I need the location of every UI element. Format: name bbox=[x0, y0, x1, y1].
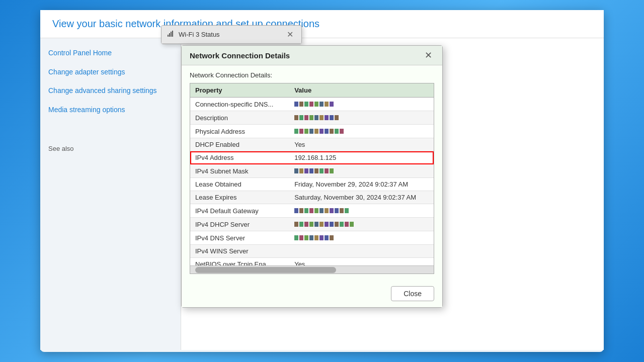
table-row: Lease ExpiresSaturday, November 30, 2024… bbox=[190, 191, 434, 204]
table-row: IPv4 Address192.168.1.125 bbox=[190, 151, 434, 164]
sidebar-link-media-streaming[interactable]: Media streaming options bbox=[48, 105, 173, 115]
details-dialog-header: Network Connection Details ✕ bbox=[182, 46, 442, 65]
cell-property: Lease Obtained bbox=[190, 178, 289, 191]
scrollbar-thumb[interactable] bbox=[195, 267, 336, 273]
sidebar-link-change-adapter[interactable]: Change adapter settings bbox=[48, 67, 173, 77]
redacted-value bbox=[294, 100, 334, 108]
cell-property: Physical Address bbox=[190, 125, 289, 138]
wifi-dialog-title: Wi-Fi 3 Status bbox=[168, 31, 220, 38]
table-row: IPv4 WINS Server bbox=[190, 245, 434, 258]
svg-rect-4 bbox=[168, 35, 169, 37]
cell-property: Connection-specific DNS... bbox=[190, 98, 289, 111]
wifi-status-dialog: Wi-Fi 3 Status ✕ bbox=[161, 25, 302, 44]
redacted-value bbox=[294, 207, 349, 215]
cell-property: DHCP Enabled bbox=[190, 138, 289, 151]
redacted-value bbox=[294, 167, 334, 175]
cell-value: Friday, November 29, 2024 9:02:37 AM bbox=[289, 178, 434, 191]
wifi-dialog-header: Wi-Fi 3 Status ✕ bbox=[162, 26, 301, 44]
redacted-value bbox=[294, 114, 339, 122]
cell-value: 192.168.1.125 bbox=[289, 151, 434, 164]
cell-value bbox=[289, 204, 434, 218]
column-property: Property bbox=[190, 83, 289, 98]
wifi-dialog-close-button[interactable]: ✕ bbox=[285, 30, 295, 39]
cell-value bbox=[289, 164, 434, 178]
redacted-value bbox=[294, 127, 344, 135]
sidebar: Control Panel Home Change adapter settin… bbox=[40, 38, 181, 350]
table-header: Property Value bbox=[190, 83, 434, 98]
sidebar-link-change-advanced-sharing[interactable]: Change advanced sharing settings bbox=[48, 86, 173, 96]
details-table: Property Value Connection-specific DNS..… bbox=[190, 83, 434, 274]
redacted-value bbox=[294, 234, 334, 242]
sidebar-link-control-panel-home[interactable]: Control Panel Home bbox=[48, 48, 173, 58]
details-table-wrapper: Property Value Connection-specific DNS..… bbox=[190, 83, 434, 274]
cell-value bbox=[289, 245, 434, 258]
network-details-dialog: Network Connection Details ✕ Network Con… bbox=[181, 45, 443, 308]
svg-rect-7 bbox=[172, 31, 173, 37]
cell-property: IPv4 Address bbox=[190, 151, 289, 164]
cell-property: Description bbox=[190, 111, 289, 125]
cell-property: IPv4 Default Gateway bbox=[190, 204, 289, 218]
details-content: Network Connection Details: Property Val… bbox=[182, 65, 442, 280]
see-also-label: See also bbox=[48, 145, 173, 152]
redacted-value bbox=[294, 220, 354, 228]
page-title: View your basic network information and … bbox=[52, 18, 592, 30]
table-header-row: Property Value bbox=[190, 83, 434, 98]
cell-property: IPv4 DHCP Server bbox=[190, 218, 289, 231]
close-button[interactable]: Close bbox=[391, 286, 434, 301]
column-value: Value bbox=[289, 83, 434, 98]
wifi-dialog-signal-icon bbox=[168, 31, 176, 38]
panel-header: View your basic network information and … bbox=[40, 10, 604, 38]
table-row: IPv4 DNS Server bbox=[190, 231, 434, 245]
svg-rect-6 bbox=[171, 32, 172, 37]
table-body: Connection-specific DNS...DescriptionPhy… bbox=[190, 98, 434, 275]
cell-value bbox=[289, 125, 434, 138]
redacted-value bbox=[294, 274, 349, 274]
details-dialog-close-button[interactable]: ✕ bbox=[423, 51, 434, 60]
table-row: Description bbox=[190, 111, 434, 125]
cell-value bbox=[289, 231, 434, 245]
scrollbar-track[interactable] bbox=[190, 265, 434, 274]
cell-value bbox=[289, 111, 434, 125]
cell-property: Lease Expires bbox=[190, 191, 289, 204]
details-dialog-title: Network Connection Details bbox=[190, 51, 290, 60]
table-row: Connection-specific DNS... bbox=[190, 98, 434, 111]
table-row: DHCP EnabledYes bbox=[190, 138, 434, 151]
table-row: Lease ObtainedFriday, November 29, 2024 … bbox=[190, 178, 434, 191]
table-row: IPv4 DHCP Server bbox=[190, 218, 434, 231]
cell-property: IPv4 WINS Server bbox=[190, 245, 289, 258]
cell-value: Yes bbox=[289, 138, 434, 151]
cell-value bbox=[289, 218, 434, 231]
table-row: IPv4 Default Gateway bbox=[190, 204, 434, 218]
cell-value bbox=[289, 98, 434, 111]
cell-property: IPv4 DNS Server bbox=[190, 231, 289, 245]
svg-rect-5 bbox=[169, 33, 170, 37]
cell-property: IPv4 Subnet Mask bbox=[190, 164, 289, 178]
details-footer: Close bbox=[182, 280, 442, 307]
table-row: Physical Address bbox=[190, 125, 434, 138]
table-row: IPv4 Subnet Mask bbox=[190, 164, 434, 178]
details-subtitle: Network Connection Details: bbox=[190, 71, 434, 79]
cell-value: Saturday, November 30, 2024 9:02:37 AM bbox=[289, 191, 434, 204]
